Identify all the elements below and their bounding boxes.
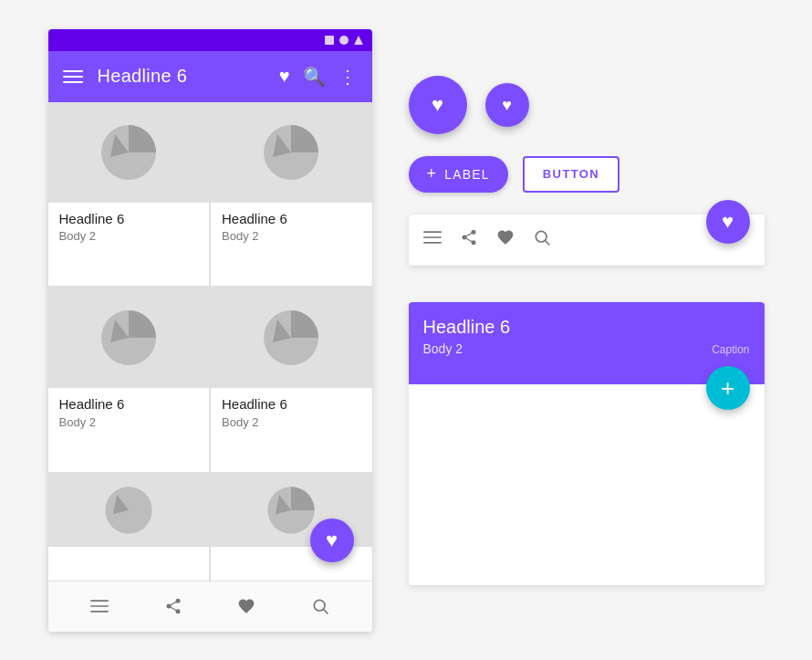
bottom-nav bbox=[48, 581, 372, 632]
svg-line-19 bbox=[169, 606, 178, 612]
svg-rect-24 bbox=[423, 242, 442, 244]
card-header-row: Body 2 Caption bbox=[423, 341, 750, 356]
grid-headline-1: Headline 6 bbox=[59, 210, 199, 228]
grid-image-2 bbox=[211, 102, 372, 203]
grid-headline-4: Headline 6 bbox=[222, 395, 361, 414]
grid-text-3: Headline 6 Body 2 bbox=[48, 388, 210, 438]
fab-card[interactable]: + bbox=[706, 366, 750, 410]
grid-body-4: Body 2 bbox=[222, 415, 361, 429]
bottom-appbar-section: ♥ bbox=[409, 215, 765, 266]
fab-row: ♥ ♥ bbox=[409, 76, 765, 134]
grid-cell-3: Headline 6 Body 2 bbox=[48, 288, 210, 472]
grid-text-1: Headline 6 Body 2 bbox=[48, 203, 210, 253]
grid-cell-1: Headline 6 Body 2 bbox=[48, 102, 210, 287]
grid-image-5 bbox=[48, 474, 210, 547]
svg-rect-14 bbox=[90, 611, 109, 613]
status-icon-circle bbox=[339, 36, 349, 45]
outlined-button[interactable]: BUTTON bbox=[523, 156, 619, 193]
search-icon[interactable]: 🔍 bbox=[303, 66, 326, 88]
search-icon-appbar[interactable] bbox=[533, 228, 551, 251]
grid-image-3 bbox=[48, 288, 210, 388]
status-bar bbox=[48, 29, 372, 51]
search-icon-nav[interactable] bbox=[306, 592, 335, 621]
svg-rect-12 bbox=[90, 600, 109, 602]
grid-cell-4: Headline 6 Body 2 bbox=[211, 288, 372, 472]
grid-body-3: Body 2 bbox=[59, 415, 199, 429]
plus-icon: + bbox=[427, 164, 438, 183]
svg-point-20 bbox=[314, 600, 325, 611]
grid-text-4: Headline 6 Body 2 bbox=[211, 388, 372, 438]
fab-small[interactable]: ♥ bbox=[485, 83, 529, 127]
more-vert-icon[interactable]: ⋮ bbox=[338, 66, 358, 88]
app-bar-actions: ♥ 🔍 ⋮ bbox=[279, 66, 358, 88]
grid-body-1: Body 2 bbox=[59, 229, 199, 243]
share-icon-nav[interactable] bbox=[159, 592, 188, 621]
card-caption: Caption bbox=[712, 343, 749, 356]
fab-appbar[interactable]: ♥ bbox=[706, 200, 750, 244]
svg-rect-23 bbox=[423, 236, 442, 238]
grid-content: Headline 6 Body 2 Headline 6 Body 2 bbox=[48, 102, 372, 581]
add-icon-fab: + bbox=[721, 376, 734, 400]
grid-cell-2: Headline 6 Body 2 bbox=[211, 102, 372, 287]
favorite-icon-fab: ♥ bbox=[326, 530, 338, 550]
favorite-icon[interactable]: ♥ bbox=[279, 66, 290, 87]
svg-line-28 bbox=[464, 232, 474, 237]
favorite-icon-appbar[interactable] bbox=[496, 228, 515, 251]
favorite-icon-large: ♥ bbox=[432, 95, 443, 115]
grid-text-2: Headline 6 Body 2 bbox=[211, 203, 372, 253]
svg-line-31 bbox=[545, 240, 549, 245]
card-content bbox=[409, 384, 765, 585]
svg-point-25 bbox=[471, 229, 475, 234]
grid-image-4 bbox=[211, 288, 372, 388]
grid-cell-5 bbox=[48, 474, 210, 581]
favorite-icon-small: ♥ bbox=[502, 97, 512, 113]
grid-headline-2: Headline 6 bbox=[222, 210, 361, 228]
card-headline: Headline 6 bbox=[423, 317, 750, 338]
menu-icon[interactable] bbox=[63, 70, 83, 83]
card-section: Headline 6 Body 2 Caption + bbox=[409, 302, 765, 585]
svg-rect-22 bbox=[423, 231, 442, 233]
button-row: + LABEL BUTTON bbox=[409, 156, 765, 193]
status-icon-triangle bbox=[354, 36, 363, 45]
svg-line-29 bbox=[464, 237, 474, 243]
card-header: Headline 6 Body 2 Caption bbox=[409, 302, 765, 384]
extended-fab-label: LABEL bbox=[444, 167, 490, 182]
status-icon-rect bbox=[325, 36, 334, 45]
grid-body-2: Body 2 bbox=[222, 229, 361, 243]
menu-icon-appbar[interactable] bbox=[423, 228, 442, 251]
card-body: Body 2 bbox=[423, 341, 463, 356]
fab-phone[interactable]: ♥ bbox=[310, 519, 354, 562]
extended-fab-button[interactable]: + LABEL bbox=[409, 156, 508, 193]
grid-headline-3: Headline 6 bbox=[59, 395, 199, 414]
favorite-icon-nav[interactable] bbox=[232, 592, 261, 621]
favorite-icon-appbar-fab: ♥ bbox=[722, 212, 734, 232]
menu-icon-nav[interactable] bbox=[85, 592, 114, 621]
fab-large[interactable]: ♥ bbox=[409, 76, 467, 134]
svg-line-18 bbox=[169, 601, 178, 606]
grid-image-1 bbox=[48, 102, 210, 203]
app-bar-title: Headline 6 bbox=[98, 66, 265, 87]
svg-line-21 bbox=[324, 610, 328, 614]
app-bar: Headline 6 ♥ 🔍 ⋮ bbox=[48, 51, 372, 102]
svg-rect-13 bbox=[90, 605, 109, 607]
share-icon-appbar[interactable] bbox=[460, 228, 478, 251]
right-panel: ♥ ♥ + LABEL BUTTON bbox=[409, 76, 765, 585]
phone-mockup: Headline 6 ♥ 🔍 ⋮ Headline 6 Body 2 bbox=[48, 29, 372, 632]
svg-point-30 bbox=[536, 231, 547, 242]
svg-point-27 bbox=[471, 240, 475, 245]
